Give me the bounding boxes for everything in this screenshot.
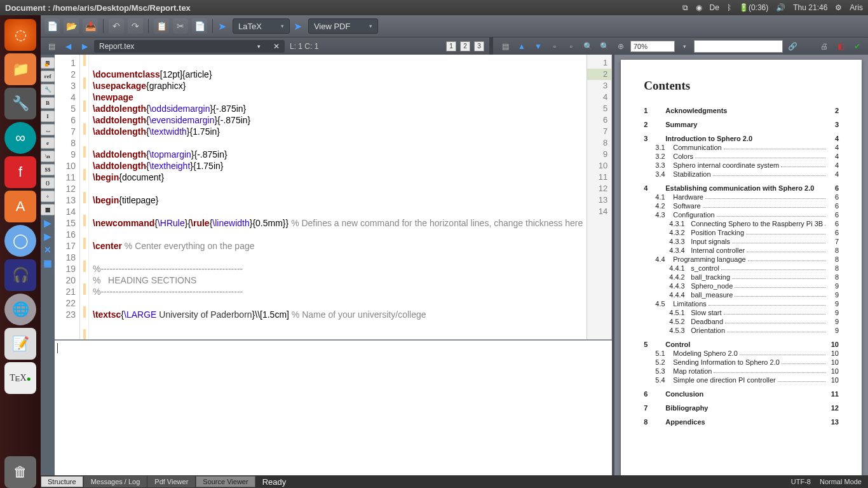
close-tab-icon[interactable]: ✕ xyxy=(273,42,280,51)
zoom-dropdown-icon[interactable]: ▾ xyxy=(677,40,691,53)
nav-forward-button[interactable]: ▶ xyxy=(78,40,92,53)
system-menubar: Document : /home/aris/Desktop/Msc/Report… xyxy=(0,0,868,15)
nav-back-button[interactable]: ◀ xyxy=(61,40,75,53)
sidebar-nav-button[interactable]: ▶ xyxy=(41,231,55,242)
launcher-editor[interactable]: 📝 xyxy=(4,328,36,360)
latex-tool-button[interactable]: B xyxy=(41,97,55,109)
launcher-settings[interactable]: 🔧 xyxy=(4,88,36,119)
pdf-sync-button[interactable]: 🔗 xyxy=(785,40,799,53)
sidebar-nav-button[interactable]: ▦ xyxy=(41,257,55,269)
statusbar-tab-structure[interactable]: Structure xyxy=(41,476,83,487)
latex-tool-button[interactable]: I xyxy=(41,111,55,122)
pdf-close-button[interactable]: ◧ xyxy=(834,40,848,53)
redo-button[interactable]: ↷ xyxy=(128,18,143,34)
zoom-in-button[interactable]: 🔍 xyxy=(597,40,611,53)
texstudio-window: 📄 📂 📤 ↶ ↷ 📋 ✂ 📄 ➤ LaTeX▾ ➤ View PDF▾ ▤ ◀… xyxy=(41,15,868,488)
copy-button[interactable]: 📋 xyxy=(154,18,169,34)
cursor-position: L: 1 C: 1 xyxy=(290,42,318,51)
status-text: Ready xyxy=(262,477,287,487)
toggle-structure-button[interactable]: ▤ xyxy=(44,40,58,53)
user-name[interactable]: Aris xyxy=(850,3,863,12)
pdf-next-button[interactable]: ▼ xyxy=(531,40,545,53)
gear-icon[interactable]: ⚙ xyxy=(835,3,842,12)
save-button[interactable]: 📤 xyxy=(83,18,98,34)
latex-tool-button[interactable]: ref xyxy=(41,71,55,82)
status-mode: Normal Mode xyxy=(820,478,862,485)
cut-button[interactable]: ✂ xyxy=(173,18,188,34)
zoom-level[interactable]: 70% xyxy=(630,41,675,52)
pdf-double-button[interactable]: ▫ xyxy=(564,40,578,53)
latex-toolbar: ⊞ref🔧BI⎵e\n$${}÷▦▶▶✕▦ xyxy=(41,55,55,488)
bluetooth-icon[interactable]: ᛒ xyxy=(727,3,731,12)
zoom-out-button[interactable]: 🔍 xyxy=(581,40,595,53)
pdf-search-input[interactable] xyxy=(694,40,783,53)
view-mode-dropdown[interactable]: View PDF▾ xyxy=(308,18,379,34)
latex-tool-button[interactable]: ▦ xyxy=(41,204,55,215)
latex-tool-button[interactable]: 🔧 xyxy=(41,84,55,95)
open-file-button[interactable]: 📂 xyxy=(64,18,79,34)
pdf-line-gutter: 1234567891011121314 xyxy=(587,55,612,339)
launcher-texstudio[interactable]: TEX● xyxy=(4,362,36,394)
latex-tool-button[interactable]: e xyxy=(41,137,55,149)
zoom-fit-button[interactable]: ⊕ xyxy=(614,40,628,53)
line-gutter: 1234567891011121314151617181920212223 xyxy=(55,55,80,339)
new-file-button[interactable]: 📄 xyxy=(44,18,60,34)
spellcheck-button[interactable]: ✔ xyxy=(850,40,864,53)
secondary-toolbar: ▤ ◀ ▶ Report.tex ▾✕ L: 1 C: 1 1 2 3 ▤ ▲ … xyxy=(41,37,868,55)
status-bar: Structure Messages / Log Pdf Viewer Sour… xyxy=(41,475,868,488)
sidebar-nav-button[interactable]: ▶ xyxy=(41,217,55,229)
launcher-marble[interactable]: 🌐 xyxy=(4,294,36,325)
statusbar-tab-pdfviewer[interactable]: Pdf Viewer xyxy=(147,476,195,487)
launcher-arduino[interactable]: ∞ xyxy=(4,122,36,154)
launcher-fritzing[interactable]: f xyxy=(4,156,36,188)
status-encoding: UTF-8 xyxy=(791,478,811,485)
document-tab[interactable]: Report.tex ▾✕ xyxy=(94,40,285,53)
pdf-pane: Contents 1Acknowledgments22Summary33Intr… xyxy=(612,55,868,488)
launcher-chromium[interactable]: ◯ xyxy=(4,225,36,257)
window-title: Document : /home/aris/Desktop/Msc/Report… xyxy=(5,3,682,13)
print-button[interactable]: 🖨 xyxy=(817,40,831,53)
launcher-dash[interactable]: ◌ xyxy=(4,19,36,51)
bookmark-1[interactable]: 1 xyxy=(446,41,456,51)
pdf-contents-heading: Contents xyxy=(644,79,839,93)
pdf-toc-button[interactable]: ▤ xyxy=(498,40,512,53)
pdf-single-button[interactable]: ▫ xyxy=(548,40,562,53)
clock[interactable]: Thu 21:46 xyxy=(793,3,827,12)
pdf-viewport[interactable]: Contents 1Acknowledgments22Summary33Intr… xyxy=(614,55,868,488)
system-indicators: ⧉ ◉ De ᛒ 🔋(0:36) 🔊 Thu 21:46 ⚙ Aris xyxy=(682,3,863,12)
latex-tool-button[interactable]: $$ xyxy=(41,164,55,175)
statusbar-tab-sourceviewer[interactable]: Source Viewer xyxy=(196,476,255,487)
battery-indicator[interactable]: 🔋(0:36) xyxy=(739,3,768,12)
pdf-prev-button[interactable]: ▲ xyxy=(515,40,529,53)
code-editor[interactable]: \documentclass[12pt]{article}\usepackage… xyxy=(89,55,587,339)
volume-icon[interactable]: 🔊 xyxy=(776,3,785,12)
compile-icon: ➤ xyxy=(218,20,226,32)
editor-row: 1234567891011121314151617181920212223 \d… xyxy=(55,55,612,339)
sidebar-nav-button[interactable]: ✕ xyxy=(41,244,55,255)
latex-tool-button[interactable]: {} xyxy=(41,177,55,189)
launcher-audacity[interactable]: 🎧 xyxy=(4,259,36,291)
keyboard-layout[interactable]: De xyxy=(710,3,719,12)
wifi-icon[interactable]: ◉ xyxy=(696,3,702,12)
main-toolbar: 📄 📂 📤 ↶ ↷ 📋 ✂ 📄 ➤ LaTeX▾ ➤ View PDF▾ xyxy=(41,15,868,37)
undo-button[interactable]: ↶ xyxy=(109,18,124,34)
launcher-files[interactable]: 📁 xyxy=(4,53,36,85)
dropbox-icon[interactable]: ⧉ xyxy=(682,3,688,12)
latex-tool-button[interactable]: ÷ xyxy=(41,191,55,202)
log-console[interactable] xyxy=(55,339,612,488)
latex-tool-button[interactable]: ⎵ xyxy=(41,124,55,135)
bookmark-3[interactable]: 3 xyxy=(474,41,484,51)
statusbar-tab-messages[interactable]: Messages / Log xyxy=(84,476,147,487)
pdf-page: Contents 1Acknowledgments22Summary33Intr… xyxy=(621,60,862,483)
main-split: ⊞ref🔧BI⎵e\n$${}÷▦▶▶✕▦ 123456789101112131… xyxy=(41,55,868,488)
latex-tool-button[interactable]: \n xyxy=(41,151,55,162)
launcher-software[interactable]: A xyxy=(4,191,36,222)
editor-wrap: 1234567891011121314151617181920212223 \d… xyxy=(55,55,612,488)
paste-button[interactable]: 📄 xyxy=(192,18,207,34)
launcher-trash[interactable]: 🗑 xyxy=(4,456,36,488)
unity-launcher: ◌ 📁 🔧 ∞ f A ◯ 🎧 🌐 📝 TEX● 🗑 xyxy=(0,15,41,488)
compile-mode-dropdown[interactable]: LaTeX▾ xyxy=(233,18,290,34)
fold-column xyxy=(80,55,89,339)
bookmark-2[interactable]: 2 xyxy=(460,41,470,51)
view-icon: ➤ xyxy=(294,20,302,32)
